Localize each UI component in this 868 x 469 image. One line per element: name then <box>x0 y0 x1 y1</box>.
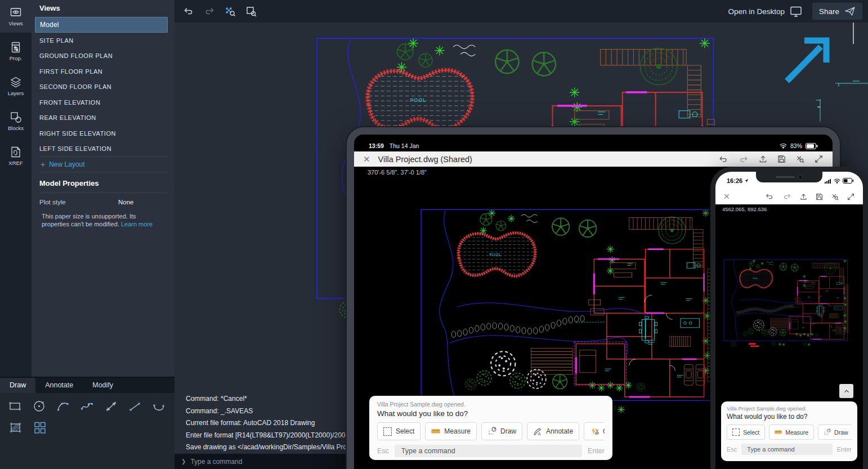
close-icon[interactable]: ✕ <box>363 154 370 164</box>
draw-compass-icon <box>824 428 831 436</box>
rail-label: Blocks <box>8 125 24 131</box>
spline-tool-icon[interactable] <box>78 399 97 414</box>
select-button[interactable]: Select <box>377 422 420 440</box>
measure-button[interactable]: Measure <box>769 425 814 440</box>
arc-tool-icon[interactable] <box>54 399 73 414</box>
view-item[interactable]: REAR ELEVATION <box>32 110 175 126</box>
annotate-button[interactable]: Annotate <box>527 422 579 440</box>
view-item[interactable]: GROUND FLOOR PLAN <box>32 48 175 64</box>
upload-icon[interactable] <box>799 193 808 201</box>
circle-tool-icon[interactable] <box>30 399 49 414</box>
draw-button[interactable]: Draw <box>818 425 852 440</box>
command-prompt: Type a command <box>190 458 242 466</box>
rail-label: Views <box>8 20 23 26</box>
redo-icon[interactable] <box>738 154 749 164</box>
zoom-extents-icon[interactable] <box>831 193 839 201</box>
phone-cad-canvas[interactable] <box>715 212 863 381</box>
view-item-model[interactable]: Model <box>35 17 168 33</box>
undo-icon[interactable] <box>718 154 729 164</box>
esc-key-label[interactable]: Esc <box>727 446 737 453</box>
collapse-panel-button[interactable] <box>839 384 853 398</box>
plot-style-value[interactable]: None <box>118 199 134 206</box>
views-icon <box>10 6 22 19</box>
view-item[interactable]: SITE PLAN <box>32 33 175 48</box>
wifi-icon <box>780 143 787 149</box>
assistant-message: Villa Project Sample.dwg opened. <box>727 405 852 412</box>
battery-icon <box>806 143 818 149</box>
share-label: Share <box>819 7 839 16</box>
tablet-time: 13:59 <box>369 142 384 149</box>
tablet-assistant-panel: Villa Project Sample.dwg opened. What wo… <box>369 396 612 460</box>
upload-icon[interactable] <box>758 154 768 164</box>
new-layout-label: New Layout <box>49 160 84 168</box>
fillet-arc-tool-icon[interactable] <box>150 399 168 414</box>
draw-label: Draw <box>834 429 848 436</box>
command-input[interactable]: Type a command <box>395 445 582 457</box>
tab-draw[interactable]: Draw <box>0 378 35 393</box>
share-plane-icon <box>844 6 856 17</box>
dimension-marks <box>816 23 868 122</box>
save-icon[interactable] <box>815 193 824 201</box>
undo-icon[interactable] <box>182 6 195 17</box>
phone-screen: 16:26 ✕ <box>715 172 863 469</box>
rail-label: XREF <box>8 160 23 166</box>
prompt-chevron-icon: ❯ <box>181 458 186 464</box>
quick-trim-button[interactable]: Quick Trim <box>584 422 605 440</box>
zoom-extents-icon[interactable] <box>224 5 236 17</box>
xref-icon <box>10 146 22 158</box>
view-item[interactable]: FIRST FLOOR PLAN <box>32 64 175 79</box>
redo-icon[interactable] <box>203 6 216 17</box>
sidebar-item-views[interactable]: Views <box>0 0 32 33</box>
share-button[interactable]: Share <box>812 3 862 20</box>
tablet-status-bar: 13:59 Thu 14 Jan 83% <box>354 135 833 151</box>
measure-button[interactable]: Measure <box>425 422 477 440</box>
chevron-up-icon <box>842 387 851 396</box>
close-icon[interactable]: ✕ <box>723 192 730 201</box>
redo-icon[interactable] <box>782 192 792 201</box>
line-tool-icon[interactable] <box>126 399 145 414</box>
divider <box>39 172 168 172</box>
save-icon[interactable] <box>777 154 786 164</box>
view-item[interactable]: LEFT SIDE ELEVATION <box>32 141 175 157</box>
tab-annotate[interactable]: Annotate <box>35 378 83 393</box>
zoom-extents-icon[interactable] <box>795 154 805 164</box>
open-in-desktop-label: Open in Desktop <box>728 7 785 16</box>
draw-compass-icon <box>487 427 496 436</box>
draw-button[interactable]: Draw <box>481 422 522 440</box>
sidebar-item-properties[interactable]: Prop. <box>0 35 32 68</box>
select-button[interactable]: Select <box>727 425 765 440</box>
undo-icon[interactable] <box>764 192 775 201</box>
sidebar-item-xref[interactable]: XREF <box>0 140 32 172</box>
blocks-icon <box>10 111 22 123</box>
phone-notch <box>756 172 822 182</box>
rectangle-tool-icon[interactable] <box>6 399 25 414</box>
zoom-window-icon[interactable] <box>245 5 257 17</box>
enter-key-label[interactable]: Enter <box>588 447 605 455</box>
sidebar-item-layers[interactable]: Layers <box>0 70 32 102</box>
battery-icon <box>843 178 854 184</box>
expand-icon[interactable] <box>814 154 824 164</box>
expand-icon[interactable] <box>847 193 855 201</box>
plot-style-row: Plot style None <box>32 193 175 210</box>
open-in-desktop-button[interactable]: Open in Desktop <box>728 5 802 17</box>
esc-key-label[interactable]: Esc <box>377 447 389 455</box>
tab-modify[interactable]: Modify <box>83 378 123 393</box>
command-input[interactable]: Type a command <box>741 444 832 455</box>
draw-tools-panel: Draw Annotate Modify <box>0 377 175 469</box>
quick-trim-label: Quick Trim <box>603 427 605 435</box>
assistant-question: What would you like to do? <box>377 409 605 418</box>
learn-more-link[interactable]: Learn more <box>121 221 153 227</box>
speaker-slot <box>776 176 795 178</box>
select-icon <box>383 427 392 436</box>
blue-arrow-annotation <box>787 41 826 81</box>
enter-key-label[interactable]: Enter <box>837 446 852 453</box>
view-item[interactable]: SECOND FLOOR PLAN <box>32 79 175 95</box>
dimension-tool-icon[interactable] <box>102 399 120 414</box>
blocks-palette-icon[interactable] <box>30 420 49 436</box>
new-layout-button[interactable]: + New Layout <box>32 157 175 172</box>
hatch-tool-icon[interactable] <box>6 420 25 436</box>
measure-ruler-icon <box>431 427 440 436</box>
view-item[interactable]: FRONT ELEVATION <box>32 95 175 110</box>
sidebar-item-blocks[interactable]: Blocks <box>0 105 32 137</box>
view-item[interactable]: RIGHT SIDE ELEVATION <box>32 126 175 141</box>
